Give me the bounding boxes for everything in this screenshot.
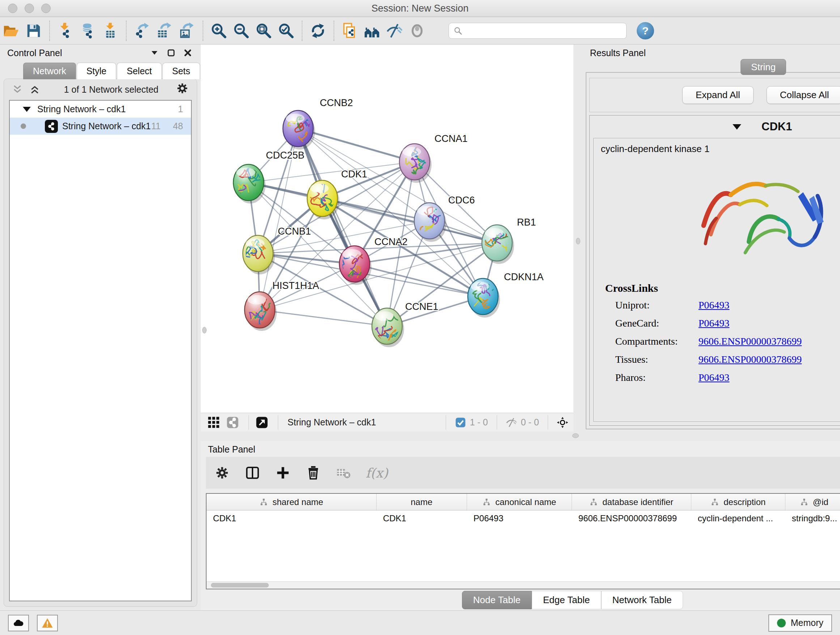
crosslink-link[interactable]: P06493 — [699, 299, 729, 311]
tab-network-table[interactable]: Network Table — [601, 591, 683, 609]
network-canvas[interactable]: CCNB2CCNA1CDC25BCDK1CDC6RB1CCNB1CCNA2CDK… — [201, 44, 573, 413]
network-edge[interactable] — [260, 310, 387, 326]
manage-network-files-icon[interactable] — [339, 19, 361, 42]
network-overview-icon[interactable] — [361, 19, 384, 42]
network-collection-row[interactable]: String Network – cdk1 1 — [10, 101, 191, 118]
panel-float-icon[interactable] — [167, 49, 175, 57]
node-label: CDC25B — [266, 150, 305, 161]
import-network-icon[interactable] — [54, 19, 77, 42]
export-table-icon[interactable] — [153, 19, 176, 42]
import-table-icon[interactable] — [99, 19, 122, 42]
column-type-icon — [482, 498, 491, 507]
export-network-icon[interactable] — [131, 19, 153, 42]
show-columns-icon[interactable] — [242, 462, 263, 483]
zoom-in-icon[interactable] — [208, 19, 230, 42]
horizontal-splitter[interactable] — [201, 432, 840, 441]
fit-content-crosshair-icon[interactable] — [557, 417, 568, 428]
table-cell[interactable]: CDK1 — [377, 510, 467, 526]
table-cell[interactable]: 9606.ENSP00000378699 — [572, 510, 691, 526]
refresh-icon[interactable] — [307, 19, 329, 42]
column-header-canonical-name[interactable]: canonical name — [467, 494, 572, 510]
collapse-all-button[interactable]: Collapse All — [767, 86, 840, 104]
expand-all-networks-icon[interactable] — [29, 84, 40, 95]
open-session-icon[interactable] — [0, 19, 22, 42]
zoom-out-icon[interactable] — [230, 19, 253, 42]
column-header-database-identifier[interactable]: database identifier — [572, 494, 691, 510]
network-node-CDC6[interactable]: CDC6 — [414, 195, 475, 246]
zoom-fit-icon[interactable] — [253, 19, 275, 42]
save-session-icon[interactable] — [22, 19, 45, 42]
column-header-shared-name[interactable]: shared name — [207, 494, 377, 510]
tab-select[interactable]: Select — [117, 63, 161, 79]
table-cell[interactable]: P06493 — [467, 510, 572, 526]
search-box[interactable] — [448, 23, 627, 39]
search-input[interactable] — [466, 24, 626, 38]
right-vertical-splitter[interactable] — [573, 44, 583, 432]
tab-style[interactable]: Style — [77, 63, 117, 79]
network-node-CCNA1[interactable]: CCNA1 — [399, 133, 468, 183]
table-empty-area — [207, 526, 840, 581]
network-list-box: 1 of 1 Network selected String Network –… — [4, 79, 197, 607]
selected-checkbox-icon[interactable] — [455, 417, 466, 428]
network-edge[interactable] — [298, 128, 387, 326]
tab-sets[interactable]: Sets — [163, 63, 200, 79]
table-row[interactable]: CDK1CDK1P064939606.ENSP00000378699cyclin… — [207, 510, 840, 526]
show-panels-icon[interactable] — [406, 19, 428, 42]
delete-column-trash-icon[interactable] — [303, 462, 324, 483]
grid-view-icon[interactable] — [206, 415, 222, 430]
crosslink-link[interactable]: P06493 — [699, 318, 729, 329]
network-node-RB1[interactable]: RB1 — [482, 217, 536, 264]
export-image-icon[interactable] — [176, 19, 198, 42]
hidden-eye-slash-icon[interactable] — [506, 417, 517, 428]
tab-edge-table[interactable]: Edge Table — [532, 591, 601, 609]
column-header-label: name — [411, 497, 432, 507]
column-header-id[interactable]: @id — [785, 494, 840, 510]
titlebar: Session: New Session — [0, 0, 840, 17]
network-badge-icon[interactable] — [225, 415, 240, 430]
collection-expander-icon[interactable] — [23, 107, 31, 112]
panel-close-icon[interactable] — [183, 49, 192, 57]
table-cell[interactable]: cyclin-dependent ... — [691, 510, 785, 526]
splitter-handle[interactable] — [576, 238, 580, 244]
column-header-description[interactable]: description — [691, 494, 785, 510]
network-node-CCNE1[interactable]: CCNE1 — [365, 301, 438, 347]
expand-all-button[interactable]: Expand All — [682, 86, 753, 104]
tab-string[interactable]: String — [741, 59, 786, 75]
network-node-CDK1[interactable]: CDK1 — [298, 169, 367, 219]
table-options-gear-icon[interactable] — [212, 462, 233, 483]
table-cell[interactable]: CDK1 — [207, 510, 377, 526]
create-column-plus-icon[interactable] — [272, 462, 294, 483]
hide-panels-icon[interactable] — [384, 19, 406, 42]
table-cell[interactable]: stringdb:9... — [785, 510, 840, 526]
cloud-status-button[interactable] — [8, 615, 29, 631]
network-edge[interactable] — [298, 128, 415, 162]
zoom-selected-icon[interactable] — [275, 19, 297, 42]
crosslink-link[interactable]: 9606.ENSP00000378699 — [699, 354, 802, 365]
import-database-icon[interactable] — [77, 19, 99, 42]
column-header-name[interactable]: name — [377, 494, 467, 510]
splitter-handle[interactable] — [202, 327, 207, 333]
memory-button[interactable]: Memory — [768, 614, 832, 632]
panel-collapse-icon[interactable] — [150, 49, 159, 57]
network-node-HIST1H1A[interactable]: HIST1H1A — [245, 280, 319, 332]
table-horizontal-scrollbar[interactable] — [207, 581, 840, 589]
tab-network[interactable]: Network — [23, 63, 76, 79]
crosslink-link[interactable]: 9606.ENSP00000378699 — [699, 336, 802, 347]
scrollbar-thumb[interactable] — [211, 583, 269, 587]
network-selection-status: 1 of 1 Network selected — [47, 84, 176, 95]
help-button[interactable]: ? — [637, 22, 654, 40]
warning-status-button[interactable] — [37, 615, 58, 631]
splitter-handle[interactable] — [572, 433, 579, 438]
collapse-all-networks-icon[interactable] — [12, 84, 23, 95]
network-node-CDKN1A[interactable]: CDKN1A — [468, 272, 544, 318]
network-options-gear-icon[interactable] — [176, 82, 189, 97]
current-network-indicator — [21, 124, 26, 129]
crosslink-link[interactable]: P06493 — [699, 372, 729, 383]
table-tabs: Node Table Edge Table Network Table — [201, 589, 840, 610]
gene-card-expander-icon[interactable] — [733, 124, 741, 130]
open-in-new-window-icon[interactable] — [254, 415, 270, 430]
network-icon — [45, 120, 58, 133]
network-row-selected[interactable]: String Network – cdk1 11 48 — [10, 118, 191, 135]
tab-node-table[interactable]: Node Table — [462, 591, 532, 609]
gene-card-header[interactable]: CDK1 — [590, 116, 840, 138]
